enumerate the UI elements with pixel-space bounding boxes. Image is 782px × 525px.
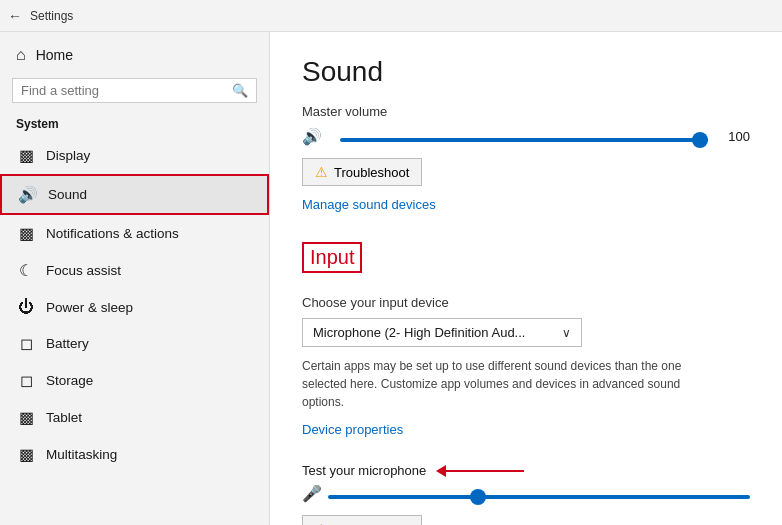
troubleshoot-input-label: Troubleshoot <box>334 522 409 526</box>
input-section-header: Input <box>302 242 362 273</box>
sidebar-item-focus[interactable]: ☾ Focus assist <box>0 252 269 289</box>
input-troubleshoot-button[interactable]: ⚠ Troubleshoot <box>302 515 422 525</box>
home-label: Home <box>36 47 73 63</box>
mic-icon: 🎤 <box>302 484 322 503</box>
search-input[interactable] <box>21 83 232 98</box>
search-box[interactable]: 🔍 <box>12 78 257 103</box>
test-mic-label: Test your microphone <box>302 463 426 478</box>
content-area: Sound Master volume 🔊 100 ⚠ Troubleshoot… <box>270 32 782 525</box>
home-icon: ⌂ <box>16 46 26 64</box>
back-button[interactable]: ← <box>8 8 22 24</box>
battery-icon: ◻ <box>16 334 36 353</box>
device-properties-link[interactable]: Device properties <box>302 422 403 437</box>
output-troubleshoot-button[interactable]: ⚠ Troubleshoot <box>302 158 422 186</box>
power-icon: ⏻ <box>16 298 36 316</box>
manage-sound-devices-link[interactable]: Manage sound devices <box>302 197 436 212</box>
sidebar-item-home[interactable]: ⌂ Home <box>0 36 269 74</box>
troubleshoot-label: Troubleshoot <box>334 165 409 180</box>
device-description: Certain apps may be set up to use differ… <box>302 357 682 411</box>
sidebar-item-display[interactable]: ▩ Display <box>0 137 269 174</box>
tablet-icon: ▩ <box>16 408 36 427</box>
volume-value: 100 <box>718 129 750 144</box>
settings-title: Settings <box>30 9 73 23</box>
mic-level-slider[interactable] <box>328 495 750 499</box>
warn-icon: ⚠ <box>315 164 328 180</box>
storage-icon: ◻ <box>16 371 36 390</box>
sidebar-item-label: Battery <box>46 336 89 351</box>
mic-row: 🎤 <box>302 484 750 503</box>
volume-row: 🔊 100 <box>302 127 750 146</box>
choose-input-device-label: Choose your input device <box>302 295 750 310</box>
sidebar: ⌂ Home 🔍 System ▩ Display 🔊 Sound ▩ Noti… <box>0 32 270 525</box>
volume-slider-container <box>340 129 708 145</box>
multitasking-icon: ▩ <box>16 445 36 464</box>
warn-icon-2: ⚠ <box>315 521 328 525</box>
main-layout: ⌂ Home 🔍 System ▩ Display 🔊 Sound ▩ Noti… <box>0 32 782 525</box>
sidebar-item-notifications[interactable]: ▩ Notifications & actions <box>0 215 269 252</box>
sidebar-item-multitasking[interactable]: ▩ Multitasking <box>0 436 269 473</box>
display-icon: ▩ <box>16 146 36 165</box>
sidebar-item-label: Sound <box>48 187 87 202</box>
master-volume-label: Master volume <box>302 104 750 119</box>
red-arrow-indicator <box>436 465 524 477</box>
sidebar-item-label: Display <box>46 148 90 163</box>
notifications-icon: ▩ <box>16 224 36 243</box>
sidebar-item-sound[interactable]: 🔊 Sound <box>0 174 269 215</box>
sidebar-item-storage[interactable]: ◻ Storage <box>0 362 269 399</box>
sidebar-item-battery[interactable]: ◻ Battery <box>0 325 269 362</box>
sidebar-item-label: Tablet <box>46 410 82 425</box>
sidebar-item-label: Power & sleep <box>46 300 133 315</box>
mic-slider-container <box>328 486 750 502</box>
input-device-dropdown[interactable]: Microphone (2- High Definition Aud... ∨ <box>302 318 582 347</box>
sidebar-section-label: System <box>0 113 269 137</box>
speaker-icon: 🔊 <box>302 127 322 146</box>
sound-icon: 🔊 <box>18 185 38 204</box>
search-icon: 🔍 <box>232 83 248 98</box>
volume-slider[interactable] <box>340 138 708 142</box>
sidebar-item-label: Focus assist <box>46 263 121 278</box>
focus-icon: ☾ <box>16 261 36 280</box>
sidebar-item-label: Storage <box>46 373 93 388</box>
sidebar-item-label: Multitasking <box>46 447 117 462</box>
page-title: Sound <box>302 56 750 88</box>
sidebar-item-label: Notifications & actions <box>46 226 179 241</box>
sidebar-item-tablet[interactable]: ▩ Tablet <box>0 399 269 436</box>
sidebar-item-power[interactable]: ⏻ Power & sleep <box>0 289 269 325</box>
title-bar: ← Settings <box>0 0 782 32</box>
input-device-value: Microphone (2- High Definition Aud... <box>313 325 525 340</box>
chevron-down-icon: ∨ <box>562 326 571 340</box>
